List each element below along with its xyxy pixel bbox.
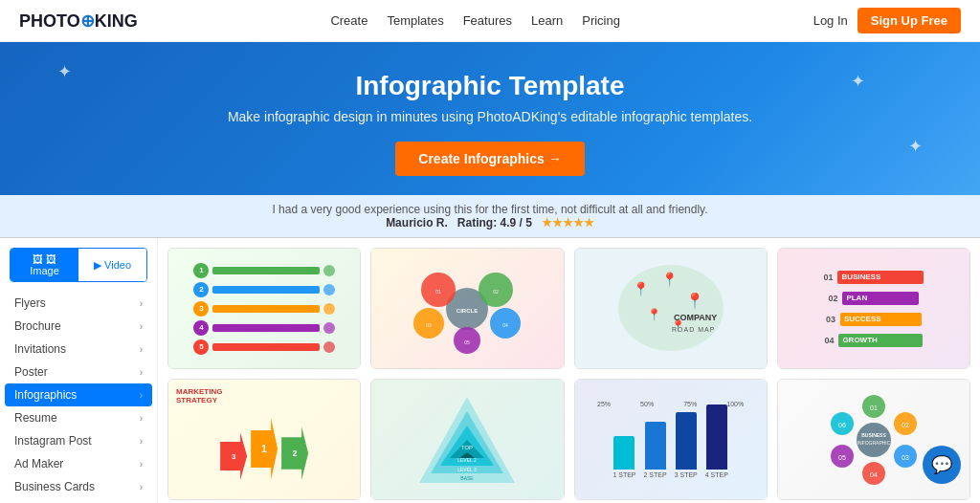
sidebar: 🖼 🖼 Image ▶ Video Flyers › Brochure › In… xyxy=(0,238,158,503)
hero-section: ✦ ✦ ✦ Infographic Template Make infograp… xyxy=(0,42,980,195)
main-nav: Create Templates Features Learn Pricing xyxy=(330,13,620,28)
sidebar-item-ad-maker[interactable]: Ad Maker › xyxy=(0,452,157,475)
login-button[interactable]: Log In xyxy=(813,13,848,28)
svg-text:CIRCLE: CIRCLE xyxy=(457,308,478,314)
sidebar-item-infographics[interactable]: Infographics › xyxy=(5,383,152,406)
testimonial-stars: ★★★★★ xyxy=(542,216,594,230)
hero-title: Infographic Template xyxy=(19,71,961,101)
marketing-title-text: MARKETINGSTRATEGY xyxy=(176,387,222,405)
svg-text:LEVEL 2: LEVEL 2 xyxy=(458,457,478,463)
nav-features[interactable]: Features xyxy=(463,13,512,28)
svg-text:BUSINESS: BUSINESS xyxy=(861,432,886,438)
sidebar-item-business-cards[interactable]: Business Cards › xyxy=(0,475,157,498)
chevron-icon: › xyxy=(140,413,143,424)
pyramid-infographic-svg: TOP LEVEL 2 LEVEL 3 BASE xyxy=(410,387,524,492)
templates-grid: 1 2 3 xyxy=(167,248,970,503)
svg-text:📍: 📍 xyxy=(661,272,679,288)
sidebar-item-instagram-post[interactable]: Instagram Post › xyxy=(0,429,157,452)
signup-button[interactable]: Sign Up Free xyxy=(858,8,961,33)
template-card-3[interactable]: 📍 📍 📍 📍 📍 COMPANY ROAD MAP xyxy=(574,248,768,369)
view-toggle: 🖼 🖼 Image ▶ Video xyxy=(10,248,147,282)
template-card-5[interactable]: MARKETINGSTRATEGY 3 1 2 xyxy=(167,379,361,500)
chevron-icon: › xyxy=(140,344,143,355)
svg-text:ROAD MAP: ROAD MAP xyxy=(672,326,715,333)
svg-text:05: 05 xyxy=(465,339,471,345)
chevron-icon: › xyxy=(140,459,143,470)
map-infographic-svg: 📍 📍 📍 📍 📍 COMPANY ROAD MAP xyxy=(609,253,733,363)
template-card-1[interactable]: 1 2 3 xyxy=(167,248,361,369)
chat-icon: 💬 xyxy=(931,454,952,475)
sidebar-item-poster[interactable]: Poster › xyxy=(0,361,157,383)
svg-text:📍: 📍 xyxy=(647,307,661,321)
main-layout: 🖼 🖼 Image ▶ Video Flyers › Brochure › In… xyxy=(0,238,980,503)
star-decoration-tl: ✦ xyxy=(57,61,72,82)
svg-text:04: 04 xyxy=(503,322,509,328)
svg-text:05: 05 xyxy=(838,454,846,461)
sidebar-item-resume[interactable]: Resume › xyxy=(0,406,157,429)
view-video-button[interactable]: ▶ Video xyxy=(78,249,146,281)
sidebar-item-brochure[interactable]: Brochure › xyxy=(0,315,157,338)
star-decoration-br: ✦ xyxy=(908,136,923,157)
chevron-icon: › xyxy=(140,482,143,492)
svg-text:01: 01 xyxy=(436,289,442,295)
view-image-button[interactable]: 🖼 🖼 Image xyxy=(11,249,78,281)
svg-text:02: 02 xyxy=(902,422,909,428)
svg-text:📍: 📍 xyxy=(685,292,704,310)
testimonial-author: Mauricio R. xyxy=(386,216,448,230)
svg-text:03: 03 xyxy=(427,322,433,328)
chevron-icon: › xyxy=(140,390,143,401)
testimonial-quote: I had a very good experience using this … xyxy=(272,203,707,216)
chevron-icon: › xyxy=(140,298,143,309)
svg-text:TOP: TOP xyxy=(461,445,473,450)
star-decoration-tr: ✦ xyxy=(851,71,865,92)
chevron-icon: › xyxy=(140,436,143,447)
template-card-7[interactable]: 25%50%75%100% 1 STEP 2 STEP xyxy=(574,379,768,500)
svg-text:INFOGRAPHIC: INFOGRAPHIC xyxy=(858,440,891,446)
nav-templates[interactable]: Templates xyxy=(387,13,443,28)
svg-text:06: 06 xyxy=(838,422,846,428)
view-video-label: Video xyxy=(104,259,131,271)
sidebar-item-restaurant-menu[interactable]: Restaurant Menu › xyxy=(0,498,157,503)
hero-subtitle: Make infographic design in minutes using… xyxy=(19,109,961,124)
template-card-6[interactable]: TOP LEVEL 2 LEVEL 3 BASE xyxy=(370,379,564,500)
nav-create[interactable]: Create xyxy=(330,13,368,28)
testimonial-rating: Rating: 4.9 / 5 xyxy=(457,216,532,230)
chevron-icon: › xyxy=(140,321,143,332)
header: PHOTO⊕KING Create Templates Features Lea… xyxy=(0,0,980,42)
svg-text:02: 02 xyxy=(494,289,500,295)
sidebar-item-flyers[interactable]: Flyers › xyxy=(0,292,157,315)
svg-text:BASE: BASE xyxy=(461,475,475,481)
nav-learn[interactable]: Learn xyxy=(531,13,563,28)
svg-text:COMPANY: COMPANY xyxy=(674,313,717,322)
svg-text:📍: 📍 xyxy=(633,281,650,297)
create-infographics-button[interactable]: Create Infographics → xyxy=(395,142,584,176)
circles-infographic-svg: CIRCLE 01 02 03 04 05 xyxy=(410,256,524,361)
svg-text:01: 01 xyxy=(870,405,878,411)
templates-content: 1 2 3 xyxy=(158,238,980,503)
video-icon: ▶ xyxy=(94,259,101,271)
testimonial-bar: I had a very good experience using this … xyxy=(0,195,980,238)
svg-text:LEVEL 3: LEVEL 3 xyxy=(458,467,478,472)
chat-button[interactable]: 💬 xyxy=(923,446,961,484)
segments-infographic-svg: BUSINESS INFOGRAPHIC 01 02 03 04 05 xyxy=(816,387,931,492)
nav-pricing[interactable]: Pricing xyxy=(582,13,620,28)
svg-text:03: 03 xyxy=(902,454,909,461)
template-card-2[interactable]: CIRCLE 01 02 03 04 05 xyxy=(370,248,564,369)
sidebar-item-invitations[interactable]: Invitations › xyxy=(0,338,157,361)
logo: PHOTO⊕KING xyxy=(19,11,138,32)
svg-text:04: 04 xyxy=(870,471,878,478)
header-actions: Log In Sign Up Free xyxy=(813,8,961,33)
image-icon: 🖼 xyxy=(33,253,43,265)
chevron-icon: › xyxy=(140,367,143,378)
template-card-4[interactable]: 01 BUSINESS 02 PLAN 03 SUCCESS 04 xyxy=(777,248,970,369)
